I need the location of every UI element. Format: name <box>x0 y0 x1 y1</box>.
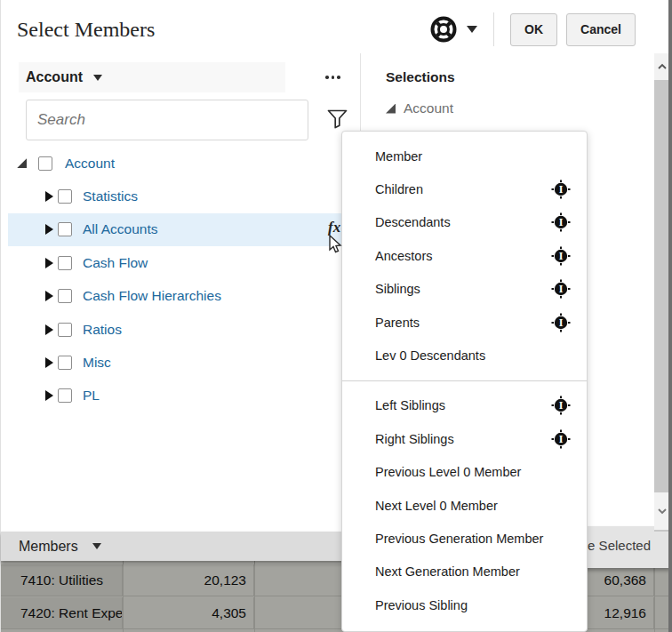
menu-item[interactable]: Previous Level 0 Member <box>342 456 587 489</box>
tree-node-label[interactable]: Ratios <box>83 322 122 338</box>
checkbox[interactable] <box>38 156 52 171</box>
select-members-dialog: Select Members OK Cancel Account <box>0 0 672 632</box>
menu-item[interactable]: Right Siblings I <box>342 422 587 455</box>
left-panel-overflow-menu-icon[interactable] <box>325 76 340 79</box>
expand-triangle-icon[interactable] <box>45 357 53 368</box>
svg-text:I: I <box>559 250 564 262</box>
selection-item[interactable]: Account <box>386 100 453 116</box>
tree-node-label[interactable]: Misc <box>83 355 111 371</box>
tree-row[interactable]: Account <box>8 147 360 180</box>
collapse-triangle-icon[interactable] <box>386 104 396 114</box>
page-title: Select Members <box>17 18 155 42</box>
menu-item-label: Ancestors <box>375 249 432 263</box>
menu-item[interactable]: Siblings I <box>342 273 587 306</box>
header-divider <box>493 12 494 46</box>
menu-item[interactable]: Descendants I <box>342 206 587 239</box>
window-right-border <box>668 0 672 632</box>
menu-item-label: Right Siblings <box>375 432 454 446</box>
menu-item-label: Previous Sibling <box>375 598 468 612</box>
menu-item-label: Siblings <box>375 282 420 296</box>
cancel-button[interactable]: Cancel <box>566 13 636 46</box>
include-exclude-target-icon[interactable]: I <box>551 212 571 232</box>
selections-title: Selections <box>386 69 455 85</box>
expand-triangle-icon[interactable] <box>45 291 53 301</box>
include-exclude-target-icon[interactable]: I <box>551 396 571 415</box>
checkbox[interactable] <box>58 256 72 270</box>
svg-text:I: I <box>559 316 564 329</box>
menu-item[interactable]: Children I <box>342 172 587 205</box>
filter-icon[interactable] <box>327 109 348 129</box>
menu-item-label: Left Siblings <box>375 398 445 412</box>
menu-item[interactable]: Next Sibling <box>342 621 587 632</box>
checkbox[interactable] <box>58 388 72 403</box>
search-input[interactable] <box>26 100 308 140</box>
tree-node-label[interactable]: All Accounts <box>83 221 157 237</box>
menu-item-label: Descendants <box>375 215 451 229</box>
menu-item[interactable]: Left Siblings I <box>342 389 587 422</box>
menu-item[interactable]: Previous Generation Member <box>342 522 587 555</box>
menu-item-label: Next Generation Member <box>375 564 520 579</box>
chevron-down-icon <box>92 543 101 549</box>
menu-item[interactable]: Next Level 0 Member <box>342 489 587 522</box>
menu-item[interactable]: Previous Sibling <box>342 588 587 621</box>
cell-value: 20,123 <box>124 564 254 596</box>
expand-triangle-icon[interactable] <box>45 224 53 235</box>
svg-text:I: I <box>559 433 564 445</box>
checkbox[interactable] <box>58 323 72 337</box>
tree-row[interactable]: Cash Flow <box>8 246 360 279</box>
member-tree: Account Statistics All Accounts fx Cash … <box>8 147 360 412</box>
checkbox[interactable] <box>58 289 72 303</box>
menu-item-label: Next Level 0 Member <box>375 499 498 513</box>
menu-item[interactable]: Ancestors I <box>342 239 587 272</box>
include-exclude-target-icon[interactable]: I <box>551 180 571 199</box>
menu-item[interactable]: Member <box>342 140 587 172</box>
include-exclude-target-icon[interactable]: I <box>551 313 571 332</box>
menu-separator <box>342 380 587 381</box>
expand-triangle-icon[interactable] <box>45 258 53 268</box>
svg-text:I: I <box>559 183 564 196</box>
cell-account-name: 7420: Rent Exper <box>1 597 123 628</box>
ok-button[interactable]: OK <box>510 13 557 46</box>
menu-item-label: Parents <box>375 316 420 330</box>
member-options-wheel-icon[interactable] <box>429 15 458 44</box>
expand-triangle-icon[interactable] <box>45 191 53 202</box>
checkbox[interactable] <box>58 222 72 236</box>
tree-row[interactable]: Misc <box>8 346 360 379</box>
chevron-down-icon <box>93 75 102 81</box>
function-fx-icon[interactable]: fx <box>328 219 340 236</box>
svg-text:I: I <box>559 400 564 412</box>
expand-triangle-icon[interactable] <box>45 324 53 335</box>
mouse-cursor-icon <box>326 235 344 256</box>
tree-row[interactable]: PL <box>8 380 360 412</box>
checkbox[interactable] <box>58 356 72 370</box>
tree-node-label[interactable]: Cash Flow Hierarchies <box>83 288 221 304</box>
member-relation-context-menu: Member Children I Descendants I Ancestor… <box>341 131 588 632</box>
dimension-label: Account <box>26 69 83 85</box>
tree-node-label[interactable]: PL <box>83 388 100 404</box>
include-exclude-target-icon[interactable]: I <box>551 279 571 299</box>
include-exclude-target-icon[interactable]: I <box>551 429 571 449</box>
menu-item[interactable]: Lev 0 Descendants <box>342 339 587 372</box>
tree-node-label[interactable]: Statistics <box>83 188 138 204</box>
cell-account-name: 7410: Utilities <box>1 564 123 596</box>
tree-row[interactable]: Cash Flow Hierarchies <box>8 280 360 313</box>
include-exclude-target-icon[interactable]: I <box>551 246 571 266</box>
menu-item-label: Children <box>375 182 423 196</box>
menu-item[interactable]: Parents I <box>342 306 587 339</box>
tree-row[interactable]: Ratios <box>8 313 360 346</box>
tree-node-label[interactable]: Cash Flow <box>83 255 148 271</box>
cell-value: 4,305 <box>124 597 254 628</box>
dimension-selector[interactable]: Account <box>19 62 285 92</box>
tree-row-selected[interactable]: All Accounts fx <box>8 213 360 246</box>
selection-item-label: Account <box>404 100 453 116</box>
chevron-down-icon[interactable] <box>467 26 477 33</box>
expand-triangle-icon[interactable] <box>45 390 53 401</box>
menu-item[interactable]: Next Generation Member <box>342 556 587 588</box>
collapse-triangle-icon[interactable] <box>17 158 27 168</box>
svg-text:I: I <box>559 217 564 229</box>
menu-item-label: Member <box>375 149 422 164</box>
checkbox[interactable] <box>58 189 72 204</box>
dialog-header: Select Members OK Cancel <box>1 0 669 53</box>
tree-node-label[interactable]: Account <box>65 156 115 172</box>
tree-row[interactable]: Statistics <box>8 180 360 212</box>
